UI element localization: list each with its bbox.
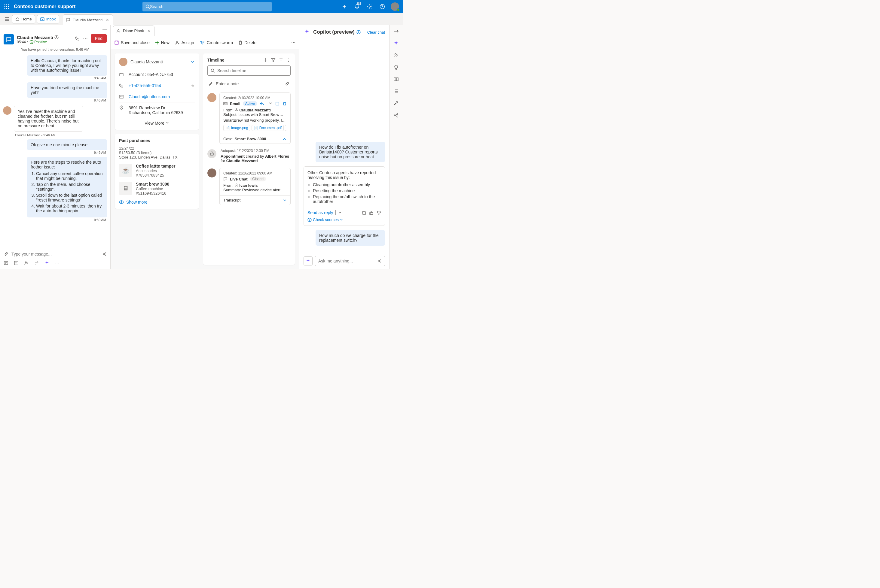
note-input[interactable]: Enter a note... — [216, 81, 242, 86]
app-launcher[interactable] — [2, 2, 11, 11]
show-more-link[interactable]: Show more — [119, 200, 195, 204]
attach-icon[interactable] — [284, 81, 289, 86]
copilot-input[interactable] — [318, 259, 377, 263]
gear-icon — [367, 4, 372, 9]
more-icon[interactable]: ⋯ — [83, 36, 88, 42]
more-actions-icon[interactable]: ⋯ — [54, 260, 60, 266]
view-more-link[interactable]: View More — [119, 118, 195, 126]
chevron-down-icon[interactable] — [269, 102, 272, 105]
copilot-input-wrap[interactable] — [315, 256, 385, 266]
svg-rect-28 — [115, 41, 119, 45]
add-icon[interactable] — [263, 58, 268, 63]
consult-icon[interactable] — [23, 260, 29, 266]
swarm-cmd[interactable]: Create swarm — [200, 40, 233, 45]
chat-timer: 05:44 — [17, 40, 26, 44]
overflow-cmd[interactable]: ⋯ — [291, 40, 295, 45]
minimize-icon[interactable]: — — [102, 26, 107, 31]
open-icon[interactable] — [275, 102, 280, 106]
thumbs-up-icon[interactable] — [369, 210, 374, 215]
attachment[interactable]: 📄 Document.pdf — [251, 125, 284, 131]
message-time: 9:49 AM — [3, 151, 107, 154]
transfer-icon[interactable] — [34, 260, 40, 266]
hamburger-menu[interactable] — [2, 14, 12, 24]
copilot-spark-icon[interactable] — [44, 260, 50, 266]
copilot-spark-button[interactable] — [304, 256, 313, 266]
knowledge-rail-icon[interactable] — [390, 73, 403, 85]
note-icon[interactable] — [13, 260, 19, 266]
add-button[interactable] — [338, 0, 350, 13]
svg-line-10 — [149, 8, 150, 9]
customer-message: Yes I've reset the machine and cleaned t… — [14, 106, 83, 132]
inbox-pill[interactable]: Inbox — [37, 15, 59, 23]
transcript-toggle[interactable]: Transcript — [220, 195, 290, 205]
teams-rail-icon[interactable] — [390, 49, 403, 61]
contact-email[interactable]: Claudia@outlook.com — [129, 94, 170, 99]
save-close-cmd[interactable]: Save and close — [114, 40, 150, 45]
svg-point-5 — [8, 6, 9, 7]
settings-button[interactable] — [364, 0, 376, 13]
assign-cmd[interactable]: Assign — [175, 40, 194, 45]
session-tab[interactable]: Claudia Mezzanti ✕ — [63, 14, 113, 25]
copilot-rail-icon[interactable] — [390, 37, 403, 49]
info-icon[interactable] — [54, 35, 59, 39]
send-as-reply-link[interactable]: Send as reply │ — [307, 210, 342, 215]
chevron-up-icon[interactable] — [283, 137, 287, 141]
delete-cmd[interactable]: Delete — [238, 40, 256, 45]
case-row[interactable]: Case: Smart Brew 3000… — [220, 134, 290, 144]
global-search[interactable] — [143, 2, 272, 11]
svg-point-7 — [6, 8, 7, 9]
new-cmd[interactable]: New — [155, 40, 170, 45]
thumbs-down-icon[interactable] — [377, 210, 381, 215]
list-rail-icon[interactable] — [390, 85, 403, 97]
help-button[interactable] — [376, 0, 388, 13]
filter-icon[interactable] — [271, 58, 275, 63]
info-icon — [307, 218, 312, 222]
copy-icon[interactable] — [361, 210, 366, 215]
end-button[interactable]: End — [91, 34, 107, 43]
contact-phone[interactable]: +1-425-555-0154 — [129, 83, 161, 88]
phone-icon[interactable] — [75, 36, 80, 41]
global-search-input[interactable] — [150, 4, 269, 9]
quick-reply-icon[interactable] — [3, 260, 9, 266]
svg-line-42 — [214, 72, 215, 72]
svg-point-8 — [8, 8, 9, 9]
attachment[interactable]: 📄 Imac — [285, 125, 287, 131]
home-pill[interactable]: Home — [12, 15, 35, 23]
chevron-down-icon[interactable] — [191, 60, 195, 64]
profile-button[interactable] — [389, 0, 401, 13]
timeline-search-input[interactable] — [217, 68, 287, 73]
wrench-rail-icon[interactable] — [390, 97, 403, 109]
timeline-autopost-item: Autopost: 1/12/2023 12:30 PM Appointment… — [220, 148, 290, 163]
expand-icon[interactable] — [390, 25, 403, 37]
sort-icon[interactable] — [278, 58, 283, 63]
record-tab[interactable]: Diane Plank ✕ — [113, 26, 155, 36]
reply-icon[interactable] — [260, 102, 264, 106]
chat-tile-icon — [4, 34, 14, 45]
inbox-label: Inbox — [46, 17, 56, 21]
star-icon[interactable]: ★ — [191, 83, 195, 88]
delete-icon[interactable] — [283, 102, 287, 106]
account-number: 654-ADU-753 — [147, 72, 173, 77]
check-sources-link[interactable]: Check sources — [307, 218, 381, 222]
attachment[interactable]: 📄 Image.png — [223, 125, 250, 131]
attach-icon[interactable] — [3, 251, 9, 257]
close-icon[interactable]: ✕ — [105, 17, 110, 22]
pencil-icon[interactable] — [209, 82, 213, 86]
chat-icon — [223, 177, 227, 181]
clear-chat-link[interactable]: Clear chat — [367, 30, 385, 34]
message-input[interactable] — [11, 252, 99, 256]
send-icon[interactable] — [377, 259, 382, 263]
purchase-item: ☕ Coffee lattte tamper Accessories #7853… — [119, 164, 195, 177]
location-icon — [119, 105, 125, 110]
timeline-search[interactable] — [208, 66, 290, 76]
info-icon[interactable] — [357, 30, 361, 34]
lightbulb-rail-icon[interactable] — [390, 61, 403, 73]
system-message: You have joined the conversation, 9:46 A… — [0, 47, 110, 54]
close-icon[interactable]: ✕ — [146, 28, 151, 33]
share-rail-icon[interactable] — [390, 109, 403, 122]
notifications-button[interactable]: 8 — [351, 0, 363, 13]
app-title: Contoso customer support — [14, 4, 75, 9]
chevron-down-icon[interactable] — [338, 211, 342, 214]
more-icon[interactable]: ⋮ — [286, 58, 290, 63]
send-icon[interactable] — [101, 251, 107, 257]
